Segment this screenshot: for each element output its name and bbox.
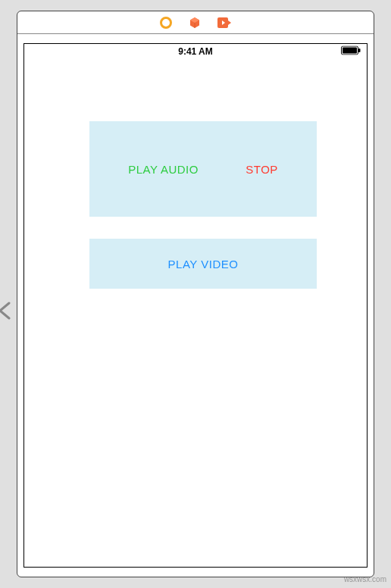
ib-toolbar [17, 11, 374, 34]
svg-point-0 [161, 17, 171, 27]
play-audio-button[interactable]: PLAY AUDIO [128, 163, 199, 176]
embed-icon[interactable] [217, 17, 231, 28]
svg-rect-3 [343, 48, 357, 54]
status-time: 9:41 AM [178, 46, 213, 57]
watermark: wsxwsx.com [344, 575, 386, 583]
back-arrow-icon[interactable] [0, 300, 14, 324]
status-bar: 9:41 AM [24, 44, 367, 59]
device-canvas: 9:41 AM PLAY AUDIO STOP PLAY VIDEO [23, 43, 368, 568]
view-content: PLAY AUDIO STOP PLAY VIDEO [24, 59, 367, 567]
interface-builder-frame: 9:41 AM PLAY AUDIO STOP PLAY VIDEO [17, 11, 374, 577]
stop-button[interactable]: STOP [246, 163, 278, 176]
video-panel: PLAY VIDEO [89, 239, 317, 289]
object-icon[interactable] [189, 17, 201, 29]
battery-icon [341, 46, 361, 58]
audio-panel: PLAY AUDIO STOP [89, 121, 317, 217]
play-video-button[interactable]: PLAY VIDEO [168, 258, 239, 271]
svg-rect-4 [358, 48, 361, 52]
record-icon[interactable] [160, 17, 172, 29]
